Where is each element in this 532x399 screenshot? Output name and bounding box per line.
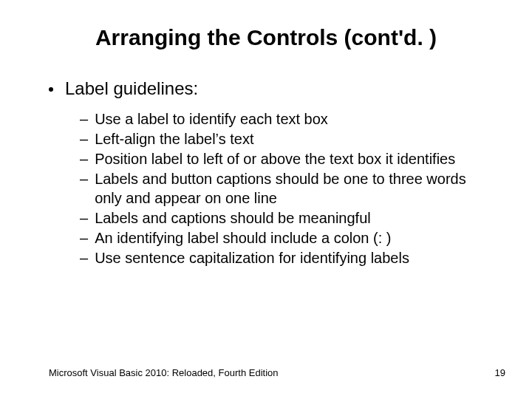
sub-bullet-list: – Use a label to identify each text box … xyxy=(49,109,488,267)
list-item-text: Position label to left of or above the t… xyxy=(95,149,455,168)
dash-icon: – xyxy=(80,109,88,129)
list-item: – Labels and button captions should be o… xyxy=(80,169,488,208)
list-item: – Labels and captions should be meaningf… xyxy=(80,208,488,228)
dash-icon: – xyxy=(80,129,88,149)
list-item-text: Use a label to identify each text box xyxy=(95,109,328,129)
bullet-level1: Label guidelines: xyxy=(49,78,488,99)
list-item: – Left-align the label’s text xyxy=(80,129,488,149)
list-item: – An identifying label should include a … xyxy=(80,228,488,248)
slide-title: Arranging the Controls (cont'd. ) xyxy=(0,0,532,78)
list-item-text: An identifying label should include a co… xyxy=(95,228,391,248)
list-item-text: Labels and button captions should be one… xyxy=(95,169,488,208)
dash-icon: – xyxy=(80,228,88,248)
list-item: – Position label to left of or above the… xyxy=(80,149,488,168)
list-item-text: Use sentence capitalization for identify… xyxy=(95,248,409,267)
list-item: – Use sentence capitalization for identi… xyxy=(80,248,488,267)
footer: Microsoft Visual Basic 2010: Reloaded, F… xyxy=(49,367,505,378)
slide: Arranging the Controls (cont'd. ) Label … xyxy=(0,0,532,399)
dash-icon: – xyxy=(80,208,88,228)
dash-icon: – xyxy=(80,248,88,267)
bullet-level1-text: Label guidelines: xyxy=(65,78,198,99)
bullet-dot-icon xyxy=(49,87,53,92)
page-number: 19 xyxy=(495,367,505,378)
content-area: Label guidelines: – Use a label to ident… xyxy=(0,78,532,267)
dash-icon: – xyxy=(80,149,88,168)
footer-source: Microsoft Visual Basic 2010: Reloaded, F… xyxy=(49,367,278,378)
list-item-text: Left-align the label’s text xyxy=(95,129,253,149)
dash-icon: – xyxy=(80,169,88,188)
list-item-text: Labels and captions should be meaningful xyxy=(95,208,371,228)
list-item: – Use a label to identify each text box xyxy=(80,109,488,129)
